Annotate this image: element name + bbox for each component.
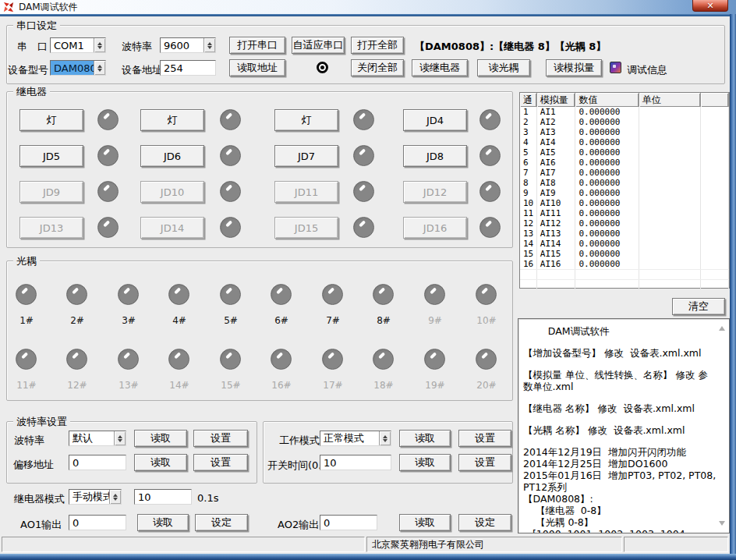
table-row[interactable]: 1AI10.000000 — [520, 107, 729, 117]
baud-read-button[interactable]: 读取 — [134, 430, 187, 447]
table-row[interactable]: 5AI50.000000 — [520, 147, 729, 158]
dropdown-arrow-icon[interactable] — [94, 61, 105, 75]
table-row[interactable]: 16AI160.000000 — [520, 259, 729, 269]
work-mode-select[interactable]: 正常模式 — [320, 431, 391, 446]
table-cell: AI12 — [537, 218, 576, 229]
window-frame-bottom — [0, 554, 736, 560]
relay-button-4[interactable]: JD4 — [403, 109, 467, 131]
table-cell — [701, 259, 729, 269]
ao2-input[interactable]: 0 — [320, 515, 377, 530]
log-line: 【DAM0808】: — [523, 493, 717, 505]
column-header[interactable]: 单位 — [639, 93, 701, 107]
baud-default-select[interactable]: 默认 — [69, 431, 126, 446]
column-header[interactable]: 模拟量 — [537, 93, 576, 107]
relay-button-15: JD15 — [274, 217, 338, 239]
table-row[interactable]: 14AI140.000000 — [520, 239, 729, 249]
ao1-set-button[interactable]: 设定 — [195, 514, 248, 531]
table-row[interactable]: 6AI60.000000 — [520, 158, 729, 168]
log-line: 【继电器 名称】 修改 设备表.xml.xml — [523, 402, 717, 414]
open-all-button[interactable]: 打开全部 — [351, 37, 404, 54]
dropdown-arrow-icon[interactable] — [379, 431, 391, 445]
scroll-down-icon[interactable] — [719, 521, 725, 526]
adaptive-serial-button[interactable]: 自适应串口 — [292, 37, 345, 54]
table-row[interactable]: 9AI90.000000 — [520, 188, 729, 198]
switch-time-input[interactable]: 10 — [320, 455, 391, 470]
close-all-button[interactable]: 关闭全部 — [351, 59, 404, 76]
offset-input[interactable]: 0 — [69, 455, 126, 470]
relay-time-input[interactable]: 10 — [134, 489, 192, 505]
table-cell — [701, 229, 729, 239]
ao2-read-button[interactable]: 读取 — [399, 514, 451, 531]
title-bar: DAM调试软件 — [0, 0, 736, 14]
relay-button-7[interactable]: JD7 — [274, 145, 338, 167]
relay-button-5[interactable]: JD5 — [19, 145, 83, 167]
table-row[interactable]: 7AI70.000000 — [520, 168, 729, 178]
work-read-button[interactable]: 读取 — [399, 430, 451, 447]
read-address-button[interactable]: 读取地址 — [229, 59, 285, 76]
read-opto-button[interactable]: 读光耦 — [477, 59, 530, 76]
switch-set-button[interactable]: 设置 — [458, 454, 511, 471]
switch-read-button[interactable]: 读取 — [399, 454, 451, 471]
table-row[interactable]: 2AI20.000000 — [520, 117, 729, 127]
relay-led-2 — [220, 109, 241, 130]
table-row[interactable]: 8AI80.000000 — [520, 178, 729, 188]
table-row[interactable]: 13AI130.000000 — [520, 229, 729, 239]
table-row[interactable]: 10AI100.000000 — [520, 198, 729, 208]
ao2-set-button[interactable]: 设定 — [458, 514, 511, 531]
log-panel[interactable]: DAM调试软件【增加设备型号】 修改 设备表.xml.xml【模拟量 单位、线性… — [518, 318, 730, 533]
scroll-up-icon[interactable] — [719, 326, 725, 331]
table-row[interactable]: 11AI110.000000 — [520, 208, 729, 218]
model-select[interactable]: DAM0808 — [50, 60, 106, 76]
relay-mode-value: 手动模式 — [69, 490, 109, 504]
opto-led-7 — [322, 284, 343, 305]
ao1-read-button[interactable]: 读取 — [137, 514, 189, 531]
opto-led-12 — [66, 349, 87, 370]
clear-button[interactable]: 清空 — [672, 298, 725, 315]
table-cell — [639, 229, 701, 239]
relay-button-1[interactable]: 灯 — [19, 109, 83, 131]
table-cell — [537, 270, 576, 279]
read-analog-button[interactable]: 读模拟量 — [546, 59, 602, 76]
relay-button-3[interactable]: 灯 — [274, 109, 338, 131]
open-serial-button[interactable]: 打开串口 — [229, 37, 285, 54]
opto-led-9 — [424, 284, 445, 305]
table-cell — [639, 178, 701, 188]
dropdown-arrow-icon[interactable] — [94, 38, 105, 52]
relay-mode-select[interactable]: 手动模式 — [69, 489, 122, 505]
opto-led-17 — [322, 349, 343, 370]
close-icon: ✕ — [706, 1, 713, 11]
dropdown-arrow-icon[interactable] — [114, 431, 126, 445]
table-row[interactable]: 12AI120.000000 — [520, 218, 729, 229]
ao1-input[interactable]: 0 — [69, 515, 126, 530]
relay-button-6[interactable]: JD6 — [140, 145, 204, 167]
relay-button-8[interactable]: JD8 — [403, 145, 467, 167]
table-cell — [701, 147, 729, 158]
dropdown-arrow-icon[interactable] — [203, 38, 215, 52]
table-cell — [701, 239, 729, 249]
opto-label-9: 9# — [419, 315, 451, 326]
table-row[interactable]: 3AI30.000000 — [520, 127, 729, 137]
dropdown-arrow-icon[interactable] — [109, 490, 121, 504]
statusbar-panel-left — [2, 537, 365, 552]
statusbar-panel-right — [624, 537, 728, 552]
table-row[interactable]: 4AI40.000000 — [520, 137, 729, 147]
baud-select[interactable]: 9600 — [160, 37, 216, 53]
column-header[interactable]: 通 — [520, 93, 537, 107]
port-select[interactable]: COM1 — [50, 37, 106, 53]
column-header[interactable]: 数值 — [575, 93, 639, 107]
relay-led-7 — [353, 145, 374, 166]
baud-set-button[interactable]: 设置 — [193, 430, 248, 447]
relay-led-13 — [97, 217, 119, 238]
work-set-button[interactable]: 设置 — [458, 430, 511, 447]
opto-label-6: 6# — [266, 315, 297, 326]
offset-set-button[interactable]: 设置 — [193, 454, 248, 471]
relay-button-2[interactable]: 灯 — [140, 109, 204, 131]
address-input[interactable]: 254 — [160, 60, 216, 76]
company-name: 北京聚英翱翔电子有限公司 — [372, 538, 484, 551]
close-button[interactable]: ✕ — [692, 0, 728, 12]
read-relay-button[interactable]: 读继电器 — [412, 59, 468, 76]
table-row[interactable]: 15AI150.000000 — [520, 249, 729, 259]
relay-button-11: JD11 — [274, 181, 338, 203]
offset-read-button[interactable]: 读取 — [134, 454, 187, 471]
column-header[interactable] — [701, 93, 729, 107]
